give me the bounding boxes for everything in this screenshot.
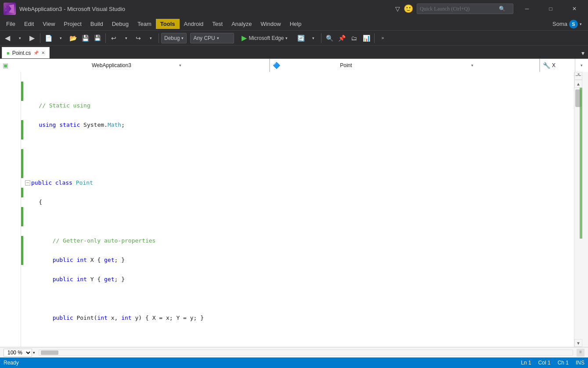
tab-point-cs[interactable]: ■ Point.cs 📌 ✕ <box>2 47 50 58</box>
collapse-button[interactable]: ─ <box>25 180 30 186</box>
start-debugging-button[interactable]: ▶ Microsoft Edge ▾ <box>238 32 292 43</box>
gutter-line <box>0 246 21 255</box>
tab-overflow-button[interactable]: ▾ <box>578 48 588 58</box>
quick-launch-box[interactable]: 🔍 <box>417 4 513 14</box>
undo-button[interactable]: ↩ <box>108 32 119 44</box>
menu-window[interactable]: Window <box>256 19 285 29</box>
scroll-up-arrow[interactable]: ▲ <box>574 80 582 88</box>
minimap-changes <box>580 88 582 239</box>
zoom-select[interactable]: 100 % 75 % 125 % 150 % <box>4 349 32 357</box>
platform-dropdown[interactable]: Any CPU ▾ <box>190 33 234 43</box>
class-arrow: ▾ <box>471 63 537 68</box>
back-button[interactable]: ◀ <box>2 32 13 44</box>
menu-user[interactable]: Soma S ▾ <box>548 18 586 30</box>
nav-bar: ▣ WebApplication3 ▾ 🔷 Point ▾ 🔧 X ▾ <box>0 59 588 72</box>
line-numbers <box>0 72 21 347</box>
method-selector[interactable]: 🔧 X <box>540 59 575 72</box>
new-dropdown[interactable]: ▾ <box>55 32 66 44</box>
gutter-line <box>0 178 21 188</box>
status-ln: Ln 1 <box>521 360 531 366</box>
scroll-up-button[interactable] <box>574 72 582 80</box>
vertical-scrollbar[interactable]: ▲ ▼ <box>574 72 588 347</box>
gutter-line <box>0 120 21 130</box>
menu-bar: File Edit View Project Build Debug Team … <box>0 18 588 31</box>
h-scroll-thumb[interactable] <box>41 350 58 355</box>
find-button[interactable]: 🔍 <box>324 32 335 44</box>
gutter-line <box>0 236 21 246</box>
code-line: // Getter-only auto-properties <box>25 236 574 246</box>
redo-dropdown[interactable]: ▾ <box>145 32 156 44</box>
vs-logo <box>4 3 16 15</box>
zoom-down-arrow[interactable]: ▾ <box>33 350 35 355</box>
gutter-line <box>0 265 21 275</box>
open-button[interactable]: 📂 <box>67 32 79 44</box>
scroll-corner: ⠿ <box>577 349 584 357</box>
code-line: public int Y { get; } <box>25 275 574 284</box>
menu-tools[interactable]: Tools <box>156 19 180 29</box>
menu-project[interactable]: Project <box>59 19 86 29</box>
quick-launch-input[interactable] <box>420 6 499 12</box>
menu-build[interactable]: Build <box>86 19 108 29</box>
save-button[interactable]: 💾 <box>79 32 91 44</box>
tab-close-icon[interactable]: ✕ <box>41 50 45 55</box>
redo-button[interactable]: ↪ <box>133 32 144 44</box>
gutter-line <box>0 255 21 265</box>
tab-bar: ■ Point.cs 📌 ✕ ▾ <box>0 46 588 59</box>
save-all-button[interactable]: 💾 <box>92 32 103 44</box>
tb-btn-6[interactable]: 🗂 <box>348 32 360 44</box>
tb-btn-5[interactable]: 📌 <box>336 32 347 44</box>
horizontal-scrollbar[interactable] <box>39 350 573 356</box>
tb-btn-7[interactable]: 📊 <box>361 32 372 44</box>
refresh-button[interactable]: 🔄 <box>295 32 307 44</box>
scroll-track[interactable] <box>574 88 582 339</box>
menu-debug[interactable]: Debug <box>108 19 133 29</box>
code-line <box>25 217 574 226</box>
menu-test[interactable]: Test <box>208 19 227 29</box>
status-ready: Ready <box>4 360 19 366</box>
minimize-button[interactable]: ─ <box>517 2 537 15</box>
svg-rect-5 <box>579 75 581 76</box>
code-line: using static System.Math; <box>25 120 574 130</box>
maximize-button[interactable]: □ <box>541 2 561 15</box>
menu-team[interactable]: Team <box>133 19 156 29</box>
separator-2 <box>105 33 106 43</box>
debug-config-dropdown[interactable]: Debug ▾ <box>161 33 187 43</box>
tb-overflow[interactable]: » <box>377 32 388 44</box>
class-selector[interactable]: 🔷 Point ▾ <box>270 59 540 72</box>
minimap-bar <box>580 88 582 339</box>
status-ch: Ch 1 <box>558 360 569 366</box>
menu-analyze[interactable]: Analyze <box>227 19 256 29</box>
play-icon: ▶ <box>242 34 247 42</box>
gutter-line <box>0 217 21 226</box>
close-button[interactable]: ✕ <box>564 2 584 15</box>
tab-file-icon: ■ <box>7 50 10 56</box>
forward-button[interactable]: ▶ <box>26 32 38 44</box>
nav-dropdown-right[interactable]: ▾ <box>575 59 588 72</box>
code-line: ─public class Point <box>25 178 574 188</box>
svg-rect-3 <box>576 75 578 76</box>
menu-edit[interactable]: Edit <box>20 19 38 29</box>
new-project-button[interactable]: 📄 <box>43 32 54 44</box>
class-name: Point <box>340 62 405 68</box>
gutter-line <box>0 168 21 178</box>
separator-5 <box>374 33 375 43</box>
menu-view[interactable]: View <box>38 19 59 29</box>
code-editor[interactable]: // Static using using static System.Math… <box>23 72 574 347</box>
undo-dropdown[interactable]: ▾ <box>120 32 132 44</box>
code-line <box>25 159 574 168</box>
project-selector[interactable]: ▣ WebApplication3 ▾ <box>0 59 270 72</box>
refresh-dropdown[interactable]: ▾ <box>307 32 319 44</box>
menu-android[interactable]: Android <box>180 19 208 29</box>
pin-icon[interactable]: 📌 <box>33 50 39 55</box>
gutter-line <box>0 101 21 111</box>
editor-area: // Static using using static System.Math… <box>0 72 588 347</box>
svg-marker-1 <box>9 4 14 13</box>
menu-help[interactable]: Help <box>285 19 306 29</box>
filter-icon: ▽ <box>395 5 400 12</box>
code-line <box>25 139 574 149</box>
scroll-down-arrow[interactable]: ▼ <box>574 339 582 347</box>
separator-3 <box>159 33 159 43</box>
back-arrow[interactable]: ▾ <box>14 32 25 44</box>
gutter-line <box>0 159 21 168</box>
menu-file[interactable]: File <box>2 19 20 29</box>
